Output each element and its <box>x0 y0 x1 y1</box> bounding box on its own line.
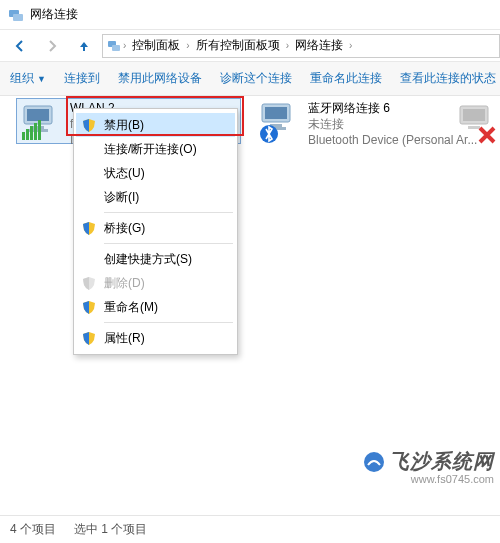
address-bar: › 控制面板 › 所有控制面板项 › 网络连接 › <box>0 30 500 62</box>
shield-icon <box>81 220 97 236</box>
breadcrumb-seg-network[interactable]: 网络连接 <box>291 37 347 54</box>
watermark: 飞沙系统网 www.fs0745.com <box>363 448 494 485</box>
ctx-label: 诊断(I) <box>104 189 139 206</box>
toolbar-rename[interactable]: 重命名此连接 <box>310 70 382 87</box>
ctx-separator <box>104 322 233 323</box>
ctx-connect-disconnect[interactable]: 连接/断开连接(O) <box>76 137 235 161</box>
ctx-delete: 删除(D) <box>76 271 235 295</box>
forward-button[interactable] <box>38 33 66 59</box>
content-area: WLAN 2 fa In 蓝牙网络连接 6 未连接 Bluetooth Devi… <box>0 96 500 515</box>
svg-rect-6 <box>27 109 49 121</box>
toolbar: 组织▼ 连接到 禁用此网络设备 诊断这个连接 重命名此连接 查看此连接的状态 <box>0 62 500 96</box>
ctx-rename[interactable]: 重命名(M) <box>76 295 235 319</box>
status-selected-count: 选中 1 个项目 <box>74 521 147 538</box>
window-title: 网络连接 <box>30 6 78 23</box>
connection-item-partial[interactable] <box>456 100 500 144</box>
svg-rect-21 <box>468 126 480 129</box>
ctx-separator <box>104 243 233 244</box>
svg-rect-12 <box>34 123 37 140</box>
title-bar: 网络连接 <box>0 0 500 30</box>
svg-rect-1 <box>13 14 23 21</box>
svg-rect-13 <box>38 120 41 140</box>
svg-rect-10 <box>26 129 29 140</box>
breadcrumb-seg-all-items[interactable]: 所有控制面板项 <box>192 37 284 54</box>
ctx-diagnose[interactable]: 诊断(I) <box>76 185 235 209</box>
ctx-label: 重命名(M) <box>104 299 158 316</box>
svg-rect-4 <box>112 45 120 51</box>
ctx-label: 禁用(B) <box>104 117 144 134</box>
chevron-down-icon: ▼ <box>37 74 46 84</box>
toolbar-organize[interactable]: 组织▼ <box>10 70 46 87</box>
toolbar-disable-device[interactable]: 禁用此网络设备 <box>118 70 202 87</box>
status-item-count: 4 个项目 <box>10 521 56 538</box>
watermark-url: www.fs0745.com <box>411 473 494 485</box>
svg-rect-20 <box>463 109 485 121</box>
connection-status: 未连接 <box>308 116 477 132</box>
ctx-label: 删除(D) <box>104 275 145 292</box>
bluetooth-adapter-icon <box>258 100 302 144</box>
up-button[interactable] <box>70 33 98 59</box>
ctx-label: 属性(R) <box>104 330 145 347</box>
toolbar-diagnose[interactable]: 诊断这个连接 <box>220 70 292 87</box>
watermark-logo-icon <box>363 451 385 473</box>
shield-icon <box>81 275 97 291</box>
ctx-bridge[interactable]: 桥接(G) <box>76 216 235 240</box>
chevron-right-icon: › <box>123 40 126 51</box>
context-menu: 禁用(B) 连接/断开连接(O) 状态(U) 诊断(I) 桥接(G) 创建快捷方… <box>73 108 238 355</box>
watermark-title: 飞沙系统网 <box>389 448 494 475</box>
connection-device: Bluetooth Device (Personal Ar... <box>308 132 477 148</box>
ctx-disable[interactable]: 禁用(B) <box>76 113 235 137</box>
ctx-status[interactable]: 状态(U) <box>76 161 235 185</box>
back-button[interactable] <box>6 33 34 59</box>
toolbar-connect[interactable]: 连接到 <box>64 70 100 87</box>
svg-rect-9 <box>22 132 25 140</box>
wifi-adapter-icon <box>20 100 64 144</box>
chevron-right-icon: › <box>186 40 189 51</box>
breadcrumb-seg-control-panel[interactable]: 控制面板 <box>128 37 184 54</box>
chevron-right-icon: › <box>286 40 289 51</box>
ctx-label: 桥接(G) <box>104 220 145 237</box>
network-connections-icon <box>8 7 24 23</box>
status-bar: 4 个项目 选中 1 个项目 <box>0 515 500 543</box>
chevron-right-icon: › <box>349 40 352 51</box>
svg-point-22 <box>364 452 384 472</box>
adapter-disabled-icon <box>456 100 500 144</box>
ctx-label: 连接/断开连接(O) <box>104 141 197 158</box>
shield-icon <box>81 299 97 315</box>
ctx-label: 状态(U) <box>104 165 145 182</box>
connection-name: 蓝牙网络连接 6 <box>308 100 477 116</box>
toolbar-view-status[interactable]: 查看此连接的状态 <box>400 70 496 87</box>
connection-item-bluetooth[interactable]: 蓝牙网络连接 6 未连接 Bluetooth Device (Personal … <box>258 100 478 148</box>
ctx-create-shortcut[interactable]: 创建快捷方式(S) <box>76 247 235 271</box>
breadcrumb[interactable]: › 控制面板 › 所有控制面板项 › 网络连接 › <box>102 34 500 58</box>
svg-rect-11 <box>30 126 33 140</box>
shield-icon <box>81 330 97 346</box>
network-connections-path-icon <box>107 39 121 53</box>
ctx-properties[interactable]: 属性(R) <box>76 326 235 350</box>
ctx-label: 创建快捷方式(S) <box>104 251 192 268</box>
ctx-separator <box>104 212 233 213</box>
shield-icon <box>81 117 97 133</box>
svg-rect-2 <box>83 46 85 51</box>
svg-rect-15 <box>265 107 287 119</box>
